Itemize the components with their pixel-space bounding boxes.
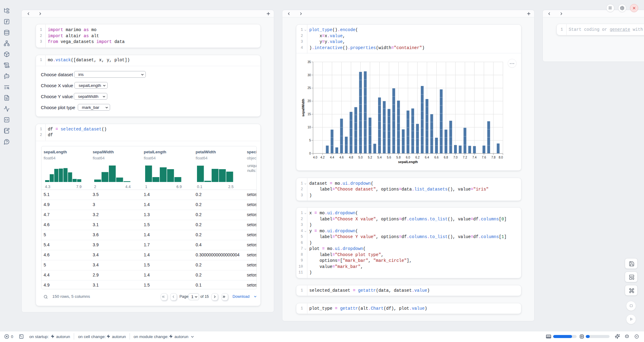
svg-text:5: 5	[309, 139, 311, 142]
svg-text:5.2: 5.2	[368, 156, 372, 159]
svg-text:25: 25	[307, 86, 311, 90]
svg-text:6.4: 6.4	[425, 156, 429, 159]
svg-text:sepalLength: sepalLength	[398, 160, 418, 164]
svg-text:6.2: 6.2	[415, 156, 420, 159]
svg-text:8.0: 8.0	[499, 156, 503, 159]
svg-text:5.4: 5.4	[377, 156, 382, 159]
svg-text:7.4: 7.4	[472, 156, 477, 159]
svg-text:4.4: 4.4	[330, 156, 334, 159]
svg-text:4.2: 4.2	[320, 156, 325, 159]
svg-text:35: 35	[307, 60, 311, 64]
svg-text:5.6: 5.6	[387, 156, 391, 159]
svg-text:0: 0	[309, 152, 311, 155]
svg-text:4.0: 4.0	[313, 156, 317, 159]
svg-text:6.8: 6.8	[444, 156, 448, 159]
svg-text:7.8: 7.8	[491, 156, 496, 159]
svg-text:4.6: 4.6	[339, 156, 344, 159]
svg-text:sepalWidth: sepalWidth	[302, 99, 305, 117]
svg-text:6.6: 6.6	[434, 156, 438, 159]
svg-text:20: 20	[307, 99, 311, 103]
svg-text:10: 10	[307, 126, 311, 129]
svg-text:7.0: 7.0	[453, 156, 458, 159]
svg-text:4.8: 4.8	[349, 156, 353, 159]
svg-text:5.8: 5.8	[396, 156, 401, 159]
svg-text:15: 15	[307, 112, 311, 116]
svg-text:5.0: 5.0	[358, 156, 363, 159]
svg-text:30: 30	[307, 73, 311, 77]
svg-text:7.2: 7.2	[463, 156, 467, 159]
svg-text:7.6: 7.6	[482, 156, 486, 159]
svg-text:6.0: 6.0	[406, 156, 410, 159]
